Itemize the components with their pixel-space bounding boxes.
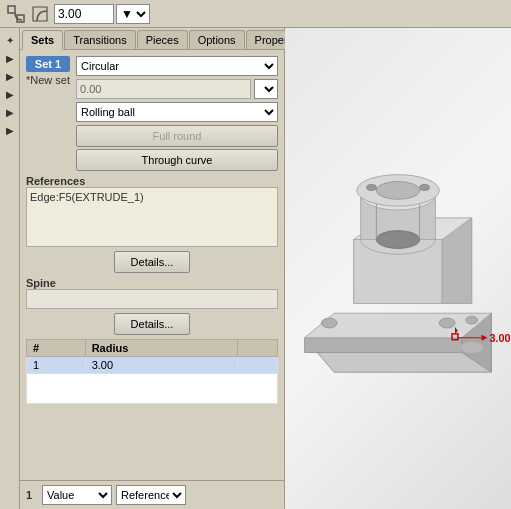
value-unit-select[interactable]: ▼	[116, 4, 150, 24]
svg-rect-0	[8, 6, 15, 13]
svg-point-24	[367, 184, 377, 190]
top-toolbar: 3.00 ▼	[0, 0, 511, 28]
spine-label: Spine	[26, 277, 278, 289]
value-input-group: 3.00 ▼	[54, 4, 150, 24]
type-row: Circular	[76, 56, 278, 76]
col-empty-header	[238, 340, 278, 357]
references-details-button[interactable]: Details...	[114, 251, 191, 273]
sidebar-icon-2: ▶	[2, 50, 18, 66]
sidebar-icon-3: ▶	[2, 68, 18, 84]
fillet-icon1	[6, 4, 26, 24]
svg-point-23	[376, 181, 419, 199]
value-input[interactable]: 3.00	[54, 4, 114, 24]
value-arrow[interactable]: ▼	[254, 79, 278, 99]
bottom-reference-select[interactable]: Reference	[116, 485, 186, 505]
details-row-spine: Details...	[26, 313, 278, 335]
3d-part-svg: 3.00	[285, 139, 511, 399]
table-empty-row	[27, 374, 278, 404]
fillet-icon2	[30, 4, 50, 24]
references-section: References Edge:F5(EXTRUDE_1)	[26, 175, 278, 247]
tab-sets[interactable]: Sets	[22, 30, 63, 50]
radius-table: # Radius 1 3.00	[26, 339, 278, 404]
set-row: Set 1 *New set Circular ▼	[26, 56, 278, 171]
svg-point-25	[420, 184, 430, 190]
references-value: Edge:F5(EXTRUDE_1)	[30, 191, 144, 203]
full-round-button[interactable]: Full round	[76, 125, 278, 147]
svg-text:3.00: 3.00	[489, 331, 510, 343]
method-row: Rolling ball	[76, 102, 278, 122]
bottom-bar: 1 Value Reference	[20, 480, 284, 509]
left-sidebar: ✦ ▶ ▶ ▶ ▶ ▶	[0, 28, 20, 509]
spine-section: Spine	[26, 277, 278, 309]
value-disabled-input	[76, 79, 251, 99]
svg-point-9	[460, 341, 484, 353]
through-curve-button[interactable]: Through curve	[76, 149, 278, 171]
col-radius-header: Radius	[85, 340, 237, 357]
sidebar-icon-4: ▶	[2, 86, 18, 102]
sidebar-icon-6: ▶	[2, 122, 18, 138]
svg-point-8	[466, 316, 478, 324]
spine-details-button[interactable]: Details...	[114, 313, 191, 335]
panel-content: Set 1 *New set Circular ▼	[20, 50, 284, 480]
col-num-header: #	[27, 340, 86, 357]
tab-options[interactable]: Options	[189, 30, 245, 49]
tabs: Sets Transitions Pieces Options Properti…	[20, 28, 284, 50]
bottom-value-select[interactable]: Value	[42, 485, 112, 505]
value-row: ▼	[76, 79, 278, 99]
tab-transitions[interactable]: Transitions	[64, 30, 135, 49]
set-new: *New set	[26, 72, 70, 86]
references-label: References	[26, 175, 278, 187]
bottom-num: 1	[26, 489, 38, 501]
panel: Sets Transitions Pieces Options Properti…	[20, 28, 285, 509]
spine-input[interactable]	[26, 289, 278, 309]
set-label: Set 1	[26, 56, 70, 72]
set-controls: Circular ▼ Rolling ball	[76, 56, 278, 171]
tab-pieces[interactable]: Pieces	[137, 30, 188, 49]
cell-empty	[238, 357, 278, 374]
details-row-ref: Details...	[26, 251, 278, 273]
buttons-row: Full round Through curve	[76, 125, 278, 171]
table-row[interactable]: 1 3.00	[27, 357, 278, 374]
main-content: ✦ ▶ ▶ ▶ ▶ ▶ Sets Transitions Pieces Opti…	[0, 28, 511, 509]
type-select[interactable]: Circular	[76, 56, 278, 76]
references-box[interactable]: Edge:F5(EXTRUDE_1)	[26, 187, 278, 247]
cell-num: 1	[27, 357, 86, 374]
svg-point-7	[439, 318, 455, 328]
sidebar-icon-1: ✦	[2, 32, 18, 48]
method-select[interactable]: Rolling ball	[76, 102, 278, 122]
svg-marker-3	[305, 337, 462, 352]
svg-point-6	[321, 318, 337, 328]
cell-radius: 3.00	[85, 357, 237, 374]
sidebar-icon-5: ▶	[2, 104, 18, 120]
svg-point-18	[376, 230, 419, 248]
3d-view: 3.00	[285, 28, 511, 509]
